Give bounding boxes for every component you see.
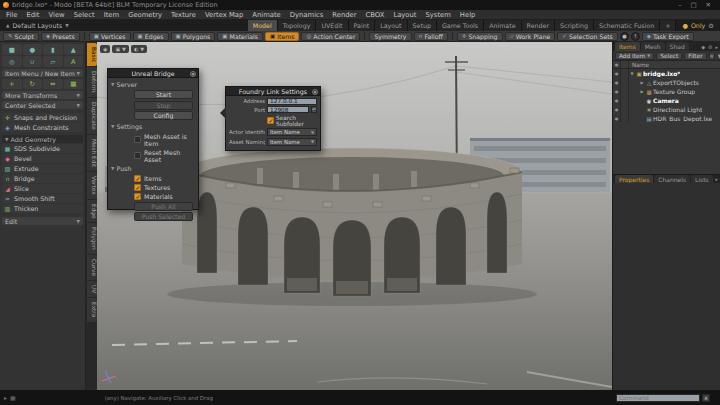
push-section-header[interactable]: ▼ Push (108, 163, 198, 174)
panel-close-icon[interactable]: ● (190, 71, 196, 77)
port-input[interactable] (267, 106, 309, 113)
viewport-shading-dropdown[interactable]: ◐▼ (131, 45, 147, 53)
layout-switcher[interactable]: ▲ Default Layouts ▼ (0, 22, 75, 29)
tab-game-tools[interactable]: Game Tools (437, 20, 484, 31)
start-button[interactable]: Start (134, 90, 193, 99)
menu-geometry[interactable]: Geometry (128, 11, 162, 19)
tool-slice[interactable]: ◢Slice (2, 184, 83, 193)
tree-row-exportobjects[interactable]: ● ▶ △ ExportTObjects (613, 78, 720, 87)
sphere-tool-icon[interactable]: ● (23, 44, 43, 55)
toolbox-tab-mesh-edit[interactable]: Mesh Edit (87, 135, 97, 171)
push-materials-checkbox[interactable] (134, 193, 141, 200)
mesh-asset-is-item-checkbox[interactable] (134, 136, 141, 143)
tab-layout[interactable]: Layout (375, 20, 407, 31)
toolbox-tab-basic[interactable]: Basic (87, 43, 97, 66)
caret-right-icon[interactable]: ▶ (629, 89, 645, 94)
tab-uvedit[interactable]: UVEdit (316, 20, 348, 31)
menu-vertex-map[interactable]: Vertex Map (205, 11, 243, 19)
pin-icon[interactable]: ◆ (701, 44, 705, 50)
falloff-button[interactable]: ∩Falloff (414, 32, 448, 41)
item-menu-dropdown[interactable]: Item Menu / New Item ▼ (2, 69, 83, 77)
mesh-asset-is-item-row[interactable]: Mesh Asset is Item (134, 133, 194, 147)
chevron-right-icon[interactable]: ▸ (715, 44, 718, 50)
settings-section-header[interactable]: ▼ Settings (108, 120, 198, 131)
snaps-precision-button[interactable]: ✛ Snaps and Precision (2, 113, 83, 122)
vertices-mode-button[interactable]: ▣Vertices (89, 32, 131, 41)
items-mode-button[interactable]: ▣Items (265, 32, 300, 41)
menu-edit[interactable]: Edit (26, 11, 39, 19)
viewport-visibility-toggle[interactable]: ◉ (100, 45, 110, 53)
eye-icon[interactable]: ● (613, 96, 621, 105)
toolbox-tab-curve[interactable]: Curve (87, 255, 97, 280)
gear-icon[interactable]: ⚙ (708, 44, 712, 50)
menu-system[interactable]: System (426, 11, 451, 19)
work-plane-button[interactable]: ▱Work Plane (505, 32, 556, 41)
materials-mode-button[interactable]: ▣Materials (217, 32, 263, 41)
port-stepper[interactable]: ▴▾ (311, 106, 317, 113)
menu-texture[interactable]: Texture (171, 11, 196, 19)
push-textures-checkbox[interactable] (134, 184, 141, 191)
tab-shading[interactable]: Shad (666, 42, 689, 51)
add-item-button[interactable]: Add Item▼ (615, 52, 654, 60)
tool-smooth-shift[interactable]: ≈Smooth Shift (2, 194, 83, 203)
eye-icon[interactable]: ● (613, 69, 621, 78)
eye-icon[interactable]: ● (613, 105, 621, 114)
eye-icon[interactable]: ● (613, 78, 621, 87)
transform-tool-icon[interactable]: ▦ (64, 79, 84, 89)
push-items-row[interactable]: Items (134, 175, 194, 182)
stop-button[interactable]: Stop (134, 101, 193, 110)
tool-sds-subdivide[interactable]: ▦SDS Subdivide (2, 144, 83, 153)
push-items-checkbox[interactable] (134, 175, 141, 182)
menu-file[interactable]: File (6, 11, 17, 19)
presets-button[interactable]: ◈Presets (41, 32, 80, 41)
toolbox-tab-vertex[interactable]: Vertex (87, 172, 97, 199)
menu-view[interactable]: View (49, 11, 65, 19)
name-column-header[interactable]: Name (629, 62, 649, 68)
tab-schematic-fusion[interactable]: Schematic Fusion (594, 20, 660, 31)
plane-tool-icon[interactable]: ▱ (43, 56, 63, 67)
sculpt-button[interactable]: ✎Sculpt (3, 32, 39, 41)
snapping-button[interactable]: ✛Snapping (457, 32, 503, 41)
menu-layout[interactable]: Layout (393, 11, 416, 19)
menu-cbox[interactable]: CBOX (366, 11, 385, 19)
address-input[interactable] (267, 98, 317, 105)
tab-animate[interactable]: Animate (484, 20, 521, 31)
text-tool-icon[interactable]: A (64, 56, 84, 67)
task-export-button[interactable]: ◆Task Export (642, 32, 694, 41)
action-center-button[interactable]: ◎Action Center (301, 32, 360, 41)
panel-close-icon[interactable]: ● (312, 89, 318, 95)
symmetry-button[interactable]: Symmetry (369, 32, 411, 41)
tool-extrude[interactable]: ▧Extrude (2, 164, 83, 173)
config-button[interactable]: Config (134, 111, 193, 120)
tab-scripting[interactable]: Scripting (555, 20, 594, 31)
tree-row-scene[interactable]: ● ▼ ▣ bridge.lxo* (613, 69, 720, 78)
reset-mesh-asset-row[interactable]: Reset Mesh Asset (134, 149, 194, 163)
only-toggle[interactable]: Only (691, 22, 705, 29)
center-selected-dropdown[interactable]: Center Selected ▼ (2, 101, 83, 109)
toolbox-tab-duplicate[interactable]: Duplicate (87, 98, 97, 134)
tool-thicken[interactable]: ▥Thicken (2, 204, 83, 213)
foundry-link-titlebar[interactable]: Foundry Link Settings ● (226, 87, 320, 96)
scale-tool-icon[interactable]: ⇔ (43, 79, 63, 89)
unreal-bridge-titlebar[interactable]: Unreal Bridge ● (108, 69, 198, 78)
tree-row-directional-light[interactable]: ● ✳ Directional Light (613, 105, 720, 114)
maximize-button[interactable]: □ (690, 1, 696, 9)
torus-tool-icon[interactable]: ◎ (2, 56, 22, 67)
menu-select[interactable]: Select (74, 11, 95, 19)
tab-model[interactable]: Model (248, 20, 278, 31)
tree-row-camera[interactable]: ● ◉ Camera (613, 96, 720, 105)
tab-render[interactable]: Render (522, 20, 555, 31)
close-button[interactable]: ✕ (706, 1, 711, 9)
reset-mesh-asset-checkbox[interactable] (134, 152, 141, 159)
move-tool-icon[interactable]: + (2, 79, 22, 89)
add-geometry-header[interactable]: ▼ Add Geometry (2, 135, 83, 143)
push-all-button[interactable]: Push All (134, 202, 193, 211)
tab-paint[interactable]: Paint (349, 20, 376, 31)
filter-button[interactable]: Filter (684, 52, 706, 60)
step-up-button[interactable]: ↑ (631, 32, 640, 41)
tab-mesh[interactable]: Mesh (641, 42, 665, 51)
tool-bridge[interactable]: ∩Bridge (2, 174, 83, 183)
tab-setup[interactable]: Setup (408, 20, 437, 31)
asset-naming-dropdown[interactable]: Item Name ▼ (267, 138, 317, 146)
viewport-camera-dropdown[interactable]: ▣▼ (112, 45, 129, 53)
